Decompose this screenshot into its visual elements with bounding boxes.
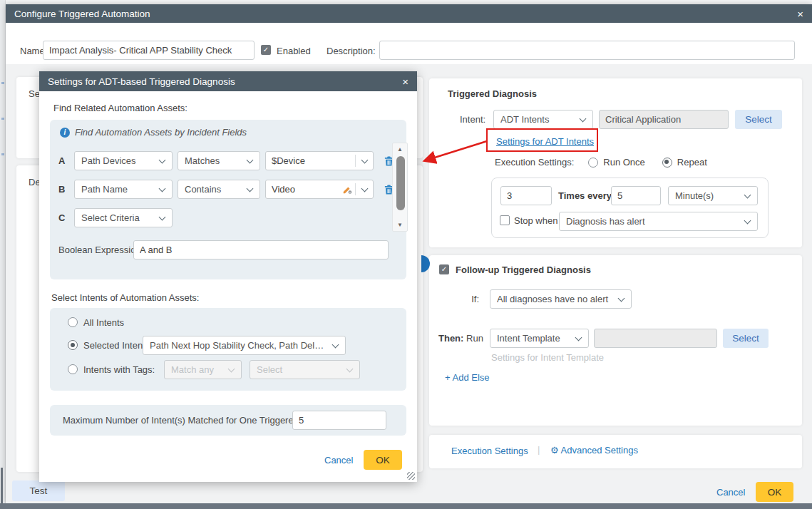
stop-when-checkbox[interactable] (500, 215, 510, 225)
then-type-dropdown[interactable]: Intent Template (490, 329, 589, 348)
repeat-settings-box: Times every Minute(s) Stop when Diagnosi… (491, 178, 769, 238)
name-row: Name: ✓ Enabled Description: (6, 23, 812, 64)
times-input[interactable] (500, 186, 552, 205)
scrollbar-thumb[interactable] (396, 156, 405, 210)
intent-type-dropdown[interactable]: ADT Intents (493, 110, 593, 129)
run-once-radio[interactable] (588, 158, 598, 168)
criteria-c-letter: C (58, 212, 67, 223)
advanced-settings-link[interactable]: ⚙ Advanced Settings (550, 445, 638, 456)
description-label: Description: (327, 46, 376, 56)
bottom-links-card: Execution Settings | ⚙ Advanced Settings (429, 435, 802, 468)
criteria-b-value-combo[interactable]: Video (265, 180, 374, 199)
chevron-down-icon[interactable] (356, 188, 373, 191)
chevron-down-icon (346, 365, 354, 372)
adt-settings-dialog: Settings for ADT-based Triggered Diagnos… (39, 71, 417, 482)
criteria-row-c: C Select Criteria (58, 208, 173, 227)
background-marker (1, 82, 4, 84)
main-dialog-titlebar: Configure Triggered Automation × (6, 4, 812, 23)
name-input[interactable] (43, 41, 255, 60)
boolean-expression-label: Boolean Expression: (58, 245, 143, 255)
settings-for-adt-intents-link[interactable]: Settings for ADT Intents (496, 136, 594, 147)
then-select-button[interactable]: Select (723, 329, 769, 348)
check-icon: ✓ (263, 46, 269, 53)
criteria-b-operator-dropdown[interactable]: Contains (178, 180, 260, 199)
resize-handle[interactable] (407, 472, 415, 480)
intents-with-tags-label: Intents with Tags: (83, 364, 155, 375)
main-close-icon[interactable]: × (797, 9, 803, 19)
enabled-checkbox[interactable]: ✓ (261, 45, 271, 55)
intent-select-button[interactable]: Select (735, 110, 782, 129)
background-marker (1, 153, 4, 155)
criteria-a-operator-dropdown[interactable]: Matches (178, 151, 260, 170)
chevron-down-icon (228, 365, 235, 372)
interval-input[interactable] (611, 186, 661, 205)
max-intents-panel: Maximum Number of Intent(s) Matched for … (50, 405, 406, 436)
add-else-link[interactable]: + Add Else (445, 372, 490, 383)
criteria-a-value-combo[interactable]: $Device (265, 151, 374, 170)
selected-intents-radio[interactable] (68, 340, 78, 350)
main-ok-button[interactable]: OK (756, 482, 793, 502)
then-target-field (594, 329, 717, 348)
chevron-down-icon[interactable] (356, 160, 373, 163)
intents-panel: All Intents Selected Intents: Path Next … (50, 308, 406, 391)
background-marker (1, 118, 4, 120)
criteria-c-field-dropdown[interactable]: Select Criteria (74, 208, 173, 227)
intent-value-field (599, 110, 729, 129)
tags-match-dropdown: Match any (164, 360, 242, 379)
followup-checkbox[interactable]: ✓ (439, 264, 449, 274)
interval-unit-dropdown[interactable]: Minute(s) (668, 186, 758, 205)
stop-condition-dropdown[interactable]: Diagnosis has alert (559, 212, 758, 231)
hidden-card-1-label: Se (29, 88, 40, 99)
max-intents-label: Maximum Number of Intent(s) Matched for … (63, 415, 323, 426)
all-intents-label: All Intents (83, 317, 124, 328)
repeat-label: Repeat (677, 157, 707, 168)
followup-title: Follow-up Triggered Diagnosis (456, 264, 591, 275)
followup-card: ✓ Follow-up Triggered Diagnosis If: All … (429, 255, 802, 426)
execution-settings-row: Execution Settings: Run Once Repeat (495, 157, 707, 168)
chevron-down-icon (159, 185, 166, 192)
criteria-panel: i Find Automation Assets by Incident Fie… (50, 120, 406, 279)
intents-with-tags-radio[interactable] (68, 364, 78, 374)
links-divider: | (538, 444, 540, 455)
enabled-label: Enabled (277, 46, 311, 56)
adt-ok-button[interactable]: OK (364, 450, 402, 470)
adt-dialog-titlebar: Settings for ADT-based Triggered Diagnos… (39, 71, 417, 91)
criteria-a-letter: A (58, 155, 67, 166)
boolean-expression-input[interactable] (133, 240, 389, 259)
test-button[interactable]: Test (12, 480, 65, 501)
all-intents-radio[interactable] (68, 317, 78, 327)
then-run-label: Then: Run (438, 333, 483, 344)
background-page-strip (0, 0, 6, 509)
adt-dialog-title: Settings for ADT-based Triggered Diagnos… (48, 76, 235, 87)
background-marker (1, 468, 3, 503)
if-condition-dropdown[interactable]: All diagnoses have no alert (490, 289, 632, 309)
criteria-b-field-dropdown[interactable]: Path Name (74, 180, 173, 199)
chevron-down-icon (247, 156, 254, 163)
scroll-down-icon[interactable]: ▼ (393, 222, 407, 228)
execution-settings-link[interactable]: Execution Settings (451, 446, 528, 456)
triggered-diagnosis-card: Triggered Diagnosis Intent: ADT Intents … (429, 78, 802, 247)
bottom-window-edge (0, 503, 812, 509)
stop-when-label: Stop when (514, 215, 557, 226)
check-icon: ✓ (441, 266, 447, 273)
criteria-row-a: A Path Devices Matches $Device (58, 151, 394, 170)
description-input[interactable] (379, 41, 795, 60)
execution-settings-label: Execution Settings: (495, 157, 574, 168)
repeat-radio[interactable] (662, 158, 672, 168)
criteria-a-field-dropdown[interactable]: Path Devices (74, 151, 173, 170)
chevron-down-icon (618, 294, 625, 302)
selected-intents-dropdown[interactable]: Path Next Hop Stability Check, Path Dela… (143, 336, 346, 355)
edit-variable-icon[interactable] (342, 185, 352, 195)
chevron-down-icon (332, 341, 339, 348)
chevron-down-icon (159, 213, 166, 220)
criteria-scrollbar[interactable]: ▲ ▼ (392, 143, 408, 232)
adt-close-icon[interactable]: × (402, 76, 408, 87)
times-every-label: Times every (558, 190, 612, 201)
max-intents-input[interactable] (292, 411, 386, 430)
settings-for-intent-template-text: Settings for Intent Template (491, 352, 604, 363)
scroll-up-icon[interactable]: ▲ (393, 146, 407, 153)
chevron-down-icon (744, 191, 751, 198)
main-cancel-button[interactable]: Cancel (716, 487, 745, 498)
if-label: If: (451, 294, 479, 304)
adt-cancel-button[interactable]: Cancel (324, 455, 353, 466)
